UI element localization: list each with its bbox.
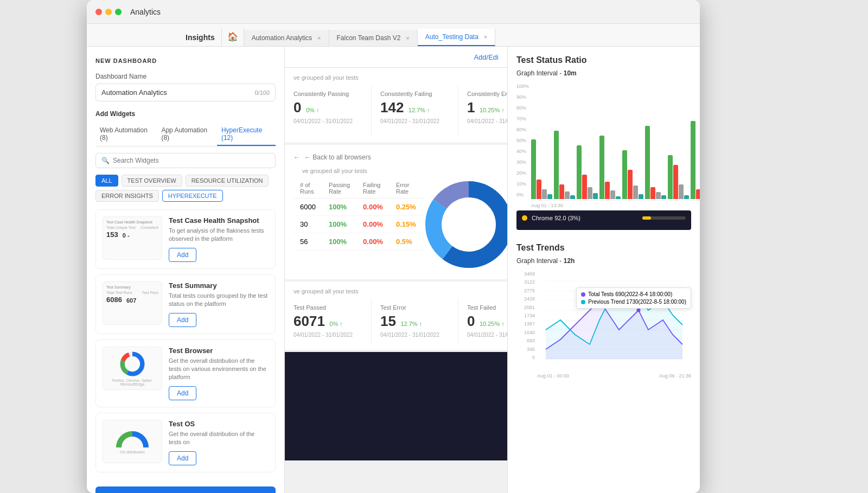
create-new-dashboard-button[interactable]: Create New Dashboard <box>95 486 276 493</box>
stat-date: 04/01/2022 - 31/01/2022 <box>467 332 507 338</box>
input-value: Automation Analytics <box>101 88 167 97</box>
bar-green <box>577 145 582 199</box>
widget-tab-web[interactable]: Web Automation (8) <box>95 123 157 146</box>
tab-close-icon[interactable]: × <box>484 34 487 40</box>
donut-chart-section <box>423 178 507 271</box>
col-header-runs: # of Runs <box>293 178 322 199</box>
stat-change: 0% ↑ <box>329 321 342 327</box>
dark-section <box>285 352 507 460</box>
traffic-lights <box>95 9 122 15</box>
widget-name: Test OS <box>169 420 269 428</box>
widget-info: Test OS Get the overall distribution of … <box>169 420 269 465</box>
add-widget-btn[interactable]: Add <box>169 248 196 262</box>
cell-runs: 30 <box>293 216 322 233</box>
add-edit-link[interactable]: Add/Edi <box>474 53 499 61</box>
stat-change: 10.25% ↑ <box>480 321 505 327</box>
widget-tab-app[interactable]: App Automation (8) <box>157 123 217 146</box>
donut-preview-icon <box>116 350 149 377</box>
stat-value: 0 <box>467 313 475 329</box>
passed-section: ve grouped all your tests Test Passed 60… <box>285 281 507 350</box>
filter-tag-all[interactable]: ALL <box>95 175 118 187</box>
chrome-row: Chrome 92.0 (3%) <box>522 215 686 221</box>
back-to-browsers-btn[interactable]: ← ← Back to all browsers <box>293 153 499 161</box>
table-row: 56 100% 0.00% 0.5% <box>293 233 423 251</box>
chrome-progress-fill <box>642 216 651 220</box>
widget-info: Test Summary Total tests counts grouped … <box>169 281 269 327</box>
filter-tag-hyperexecute[interactable]: HYPEREXECUTE <box>162 190 223 202</box>
widget-preview: Test Case Health Snapshot Total Unique T… <box>103 216 162 260</box>
col-header-passing: Passing Rate <box>322 178 356 199</box>
tab-falcon-team-dash[interactable]: Falcon Team Dash V2 × <box>329 30 418 46</box>
tabbar: Insights 🏠 Automation Analytics × Falcon… <box>87 24 700 47</box>
search-widgets-input[interactable] <box>113 157 270 164</box>
widget-preview: Firefox, Chrome, Safari, MicrosoftEdge <box>103 347 162 390</box>
stat-date: 04/01/2022 - 31/01/2022 <box>293 332 362 338</box>
minimize-button[interactable] <box>105 9 112 15</box>
bar-gray <box>656 192 661 199</box>
add-widget-btn[interactable]: Add <box>169 451 196 465</box>
dashboard-name-input[interactable]: Automation Analytics 0/100 <box>95 84 276 101</box>
widget-desc: Total tests counts grouped by the test s… <box>169 292 269 309</box>
bar-red <box>605 182 610 199</box>
test-status-ratio-section: Test Status Ratio Graph Interval - 10m 1… <box>516 55 691 230</box>
widget-name: Test Case Health Snapshot <box>169 216 269 225</box>
cell-passing: 100% <box>322 199 356 216</box>
tooltip-box: Total Tests 690(2022-8-4 18:00:00) Previ… <box>576 287 691 309</box>
trends-x-start: Aug 01 - 00:00 <box>537 373 569 379</box>
stat-label: Consistently Passing <box>293 91 362 97</box>
stat-change: 0% ↑ <box>306 107 319 113</box>
donut-chart <box>423 178 507 271</box>
filter-tag-resource-utilization[interactable]: RESOURCE UTILIZATION <box>186 175 269 187</box>
filter-tag-error-insights[interactable]: ERROR INSIGHTS <box>95 190 159 202</box>
bar-group <box>668 155 689 199</box>
tooltip-dot-purple <box>636 308 640 312</box>
insights-label: Insights <box>186 33 215 42</box>
cell-error: 0.25% <box>390 199 423 216</box>
graph-interval: Graph Interval - 10m <box>516 69 691 77</box>
add-widget-btn[interactable]: Add <box>169 386 196 400</box>
table-row: 6000 100% 0.00% 0.25% <box>293 199 423 216</box>
bar-red <box>650 187 655 199</box>
bar-green <box>668 155 673 199</box>
bar-teal <box>547 194 552 199</box>
titlebar: Analytics <box>87 0 700 24</box>
widget-tab-hyperexecute[interactable]: HyperExecute (12) <box>217 123 276 146</box>
add-widget-btn[interactable]: Add <box>169 313 196 327</box>
tab-insights[interactable]: Insights <box>179 29 222 46</box>
tab-close-icon[interactable]: × <box>317 35 321 41</box>
trends-x-end: Aug 06 - 21:36 <box>659 373 691 379</box>
chrome-label: Chrome 92.0 (3%) <box>532 215 638 221</box>
browser-table-section: # of Runs Passing Rate Failing Rate Erro… <box>293 178 423 271</box>
close-button[interactable] <box>95 9 102 15</box>
trends-line-chart <box>537 271 691 369</box>
bar-red <box>696 189 700 199</box>
trends-x-labels: Aug 01 - 00:00 Aug 06 - 21:36 <box>537 373 691 379</box>
sidebar-title: NEW DASHBOARD <box>95 57 276 64</box>
bar-chart-container: 100% 90% 80% 70% 60% 50% 40% 30% 20% 10%… <box>516 84 691 208</box>
widget-tabs: Web Automation (8) App Automation (8) Hy… <box>95 123 276 146</box>
widget-name: Test Browser <box>169 347 269 355</box>
maximize-button[interactable] <box>115 9 122 15</box>
browser-section: ← ← Back to all browsers ve grouped all … <box>285 145 507 279</box>
tooltip-dot-prev <box>581 300 585 304</box>
stats-section-1: ve grouped all your tests Consistently P… <box>285 68 507 143</box>
stat-date: 04/01/2022 - 31/01/2022 <box>380 118 449 124</box>
widget-preview: OS distribution <box>103 420 162 463</box>
stat-change: 10.25% ↑ <box>480 107 505 113</box>
stat-value: 6071 <box>293 313 325 329</box>
widget-card-test-os: OS distribution Test OS Get the overall … <box>95 413 276 472</box>
trends-y-labels: 3469 3122 2775 2428 2081 1734 1387 1040 … <box>516 271 537 371</box>
tab-home[interactable]: 🏠 <box>222 27 244 46</box>
filter-tag-test-overview[interactable]: TEST OVERVIEW <box>122 175 182 187</box>
cell-failing: 0.00% <box>356 233 390 251</box>
stat-card-error: Consistently Error 1 10.25% ↑ 04/01/2022… <box>458 85 507 136</box>
tab-auto-testing-data[interactable]: Auto_Testing Data × <box>418 29 496 46</box>
add-edit-bar: Add/Edi <box>285 47 507 68</box>
tab-automation-analytics[interactable]: Automation Analytics × <box>244 30 329 46</box>
passed-row: Test Passed 6071 0% ↑ 04/01/2022 - 31/01… <box>285 299 507 343</box>
tab-close-icon[interactable]: × <box>406 35 409 41</box>
bar-gray <box>633 185 638 199</box>
browser-table: # of Runs Passing Rate Failing Rate Erro… <box>293 178 423 251</box>
tab-label: Automation Analytics <box>252 34 312 42</box>
search-widgets-box[interactable]: 🔍 <box>95 153 276 168</box>
